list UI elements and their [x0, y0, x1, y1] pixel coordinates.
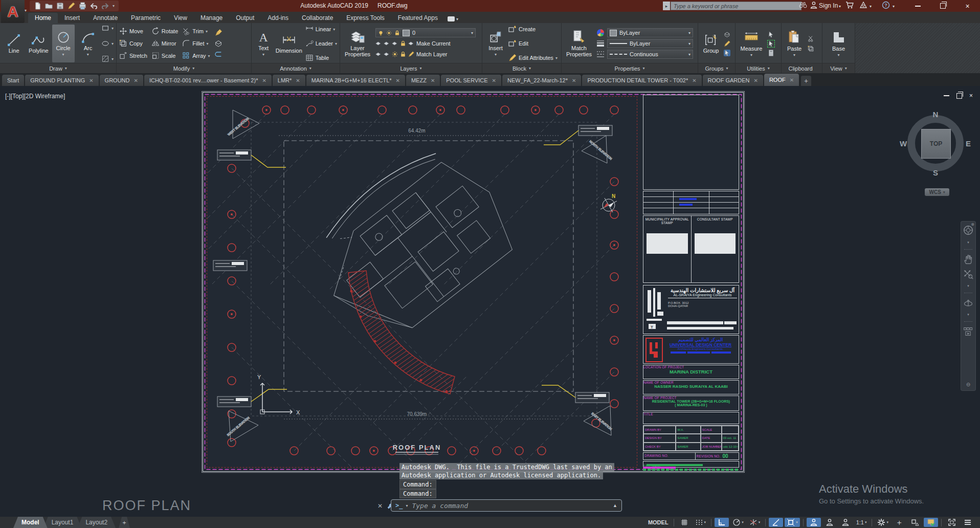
make-current-button[interactable]: Make Current: [375, 39, 476, 48]
doc-restore-icon[interactable]: [956, 93, 962, 99]
open-file-icon[interactable]: [45, 2, 53, 10]
zoom-caret-icon[interactable]: ▾: [967, 284, 969, 288]
ellipse-button[interactable]: ▾: [101, 37, 114, 50]
close-tab-icon[interactable]: ✕: [790, 77, 794, 83]
tab-manage[interactable]: Manage: [194, 13, 229, 23]
panel-label-view[interactable]: View: [822, 63, 855, 73]
select-window-icon[interactable]: [768, 40, 774, 47]
grid-toggle[interactable]: [677, 518, 692, 527]
search-icon[interactable]: [799, 1, 807, 9]
close-tab-icon[interactable]: ✕: [754, 78, 758, 83]
undo-icon[interactable]: [90, 2, 98, 10]
file-tab-pool-service[interactable]: POOL SERVICE✕: [441, 75, 501, 86]
help-icon[interactable]: [882, 1, 890, 9]
layer-select[interactable]: 0 ▾: [375, 28, 476, 37]
group-selection-icon[interactable]: [724, 50, 730, 56]
command-input[interactable]: [411, 501, 610, 510]
annotation-scale-icon[interactable]: [838, 518, 853, 527]
restore-button[interactable]: [930, 0, 955, 12]
rectangle-button[interactable]: ▾: [101, 22, 114, 34]
panel-label-groups[interactable]: Groups: [698, 63, 735, 73]
match-layer-button[interactable]: Match Layer: [375, 50, 476, 59]
tab-parametric[interactable]: Parametric: [124, 13, 167, 23]
tab-view[interactable]: View: [167, 13, 194, 23]
polar-tracking-toggle[interactable]: ▾: [730, 518, 746, 527]
annotation-monitor-icon[interactable]: ＋: [892, 518, 906, 527]
workspace-switching-icon[interactable]: ▾: [875, 518, 890, 527]
tab-layout1[interactable]: Layout1: [43, 517, 82, 528]
file-tab-mezz[interactable]: MEZZ✕: [406, 75, 440, 86]
new-file-icon[interactable]: [34, 2, 41, 10]
copy-button[interactable]: Copy: [119, 37, 147, 50]
edit-attributes-button[interactable]: Edit Attributes▾: [508, 52, 558, 64]
tab-home[interactable]: Home: [28, 13, 58, 23]
file-tab-ground[interactable]: GROUND✕: [100, 75, 143, 86]
share-caret-icon[interactable]: ▾: [870, 4, 872, 9]
close-tab-icon[interactable]: ✕: [396, 78, 400, 83]
ungroup-icon[interactable]: [724, 31, 730, 38]
close-button[interactable]: ×: [955, 0, 980, 12]
create-block-button[interactable]: Create: [508, 23, 558, 35]
showmotion-icon[interactable]: [963, 326, 973, 337]
close-tab-icon[interactable]: ✕: [492, 78, 496, 83]
base-button[interactable]: Base▾: [828, 25, 850, 62]
panel-label-layers[interactable]: Layers: [340, 63, 482, 73]
orbit-caret-icon[interactable]: ▾: [967, 313, 969, 317]
graphics-performance-icon[interactable]: [924, 518, 938, 527]
zoom-extents-icon[interactable]: [963, 269, 973, 279]
close-tab-icon[interactable]: ✕: [692, 78, 696, 83]
tab-express-tools[interactable]: Express Tools: [340, 13, 391, 23]
array-button[interactable]: Array▾: [182, 50, 210, 62]
application-menu-caret-icon[interactable]: ▾: [25, 8, 27, 13]
tab-add-ins[interactable]: Add-ins: [261, 13, 295, 23]
quick-select-icon[interactable]: [768, 31, 774, 38]
stretch-button[interactable]: Stretch: [119, 50, 147, 62]
erase-icon[interactable]: [214, 29, 222, 37]
viewcube-east[interactable]: E: [966, 139, 971, 148]
viewcube-north[interactable]: N: [933, 110, 939, 119]
search-go-icon[interactable]: ▸: [663, 2, 670, 10]
panel-label-modify[interactable]: Modify: [117, 63, 251, 73]
sign-in-button[interactable]: Sign In: [819, 2, 838, 9]
leader-button[interactable]: Leader▾: [305, 37, 337, 50]
navbar-close-icon[interactable]: ⊗: [971, 222, 974, 227]
dimension-button[interactable]: Dimension: [275, 25, 303, 62]
panel-label-clipboard[interactable]: Clipboard: [782, 63, 822, 73]
a360-share-icon[interactable]: [859, 1, 867, 9]
sign-in-caret-icon[interactable]: ▾: [839, 4, 841, 9]
minimize-button[interactable]: [905, 0, 930, 12]
close-tab-icon[interactable]: ✕: [431, 78, 435, 83]
file-tab-marina[interactable]: MARINA 2B+G+M+16 ELECTL*✕: [306, 75, 405, 86]
help-caret-icon[interactable]: ▾: [893, 4, 895, 9]
clean-screen-icon[interactable]: [945, 518, 959, 527]
save-as-icon[interactable]: [68, 2, 75, 10]
plot-icon[interactable]: [79, 2, 86, 10]
copy-clip-icon[interactable]: [808, 46, 814, 52]
tab-layout2[interactable]: Layout2: [77, 517, 116, 528]
match-properties-button[interactable]: Match Properties: [564, 25, 594, 62]
group-button[interactable]: Group: [701, 25, 721, 62]
snap-toggle[interactable]: ▾: [693, 518, 708, 527]
new-drawing-tab-button[interactable]: ＋: [801, 76, 811, 86]
move-button[interactable]: Move: [119, 25, 147, 37]
lineweight-select[interactable]: ByLayer▾: [607, 39, 693, 48]
table-button[interactable]: Table: [305, 52, 337, 64]
redo-icon[interactable]: [101, 2, 109, 10]
panel-label-properties[interactable]: Properties: [562, 63, 698, 73]
navbar-collapse-icon[interactable]: ⊖: [966, 382, 970, 387]
file-tab-lmr[interactable]: LMR*✕: [273, 75, 305, 86]
panel-label-block[interactable]: Block: [482, 63, 561, 73]
close-tab-icon[interactable]: ✕: [133, 78, 138, 83]
isolate-objects-icon[interactable]: [908, 518, 922, 527]
explode-icon[interactable]: [214, 39, 222, 48]
polyline-button[interactable]: Polyline: [27, 25, 50, 62]
command-recent-caret-icon[interactable]: ▾: [406, 503, 408, 508]
model-space-indicator[interactable]: MODEL: [646, 518, 671, 527]
tab-featured-apps[interactable]: Featured Apps: [391, 13, 444, 23]
file-tab-new-fa[interactable]: NEW_FA_22-March-12*✕: [502, 75, 581, 86]
close-tab-icon[interactable]: ✕: [572, 78, 576, 83]
line-button[interactable]: Line: [3, 25, 25, 62]
fillet-button[interactable]: Fillet▾: [182, 37, 210, 50]
panel-label-annotation[interactable]: Annotation: [252, 63, 340, 73]
annotation-visibility-toggle[interactable]: [807, 518, 821, 527]
